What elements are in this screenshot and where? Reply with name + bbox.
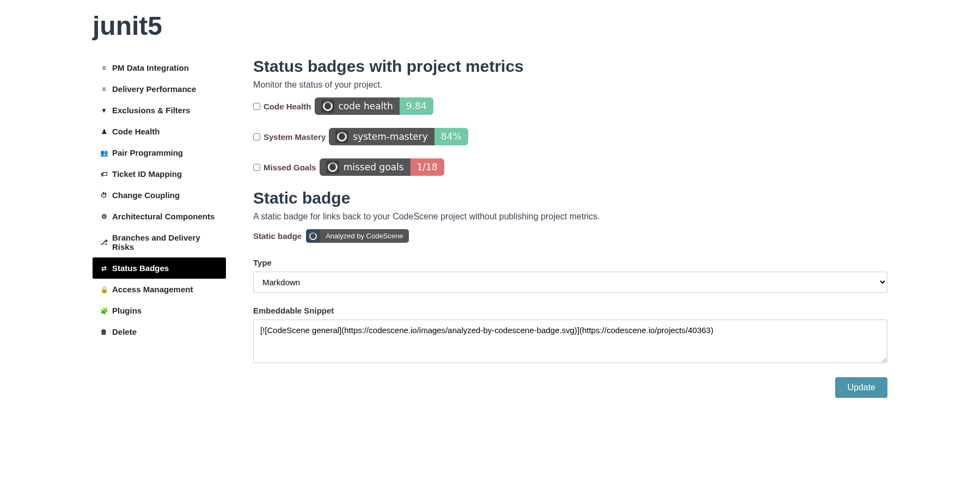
sidebar-item-icon: 🧩 [100, 308, 108, 314]
sidebar-item[interactable]: 🧩Plugins [93, 300, 226, 321]
sidebar-item-icon: ⏱ [100, 192, 108, 199]
sidebar-item-icon: ≡ [100, 86, 108, 93]
metric-badge-row: Missed Goalsmissed goals1/18 [253, 158, 887, 176]
snippet-textarea[interactable] [253, 320, 887, 363]
sidebar-item-label: Status Badges [112, 263, 169, 273]
sidebar-item-label: Pair Programming [112, 148, 183, 157]
sidebar-item[interactable]: ⎇Branches and Delivery Risks [93, 227, 226, 257]
sidebar-item-icon: ≡ [100, 65, 108, 71]
badge-value-segment: 84% [434, 128, 468, 145]
badge-name-segment: code health [315, 97, 400, 115]
metric-badge-row: Code Healthcode health9.84 [253, 97, 887, 115]
snippet-field-label: Embeddable Snippet [253, 306, 887, 315]
sidebar-item[interactable]: ≡PM Data Integration [93, 57, 226, 78]
sidebar-item-icon: ▼ [100, 107, 108, 114]
metric-badge: code health9.84 [315, 97, 433, 115]
static-badge-text: Analyzed by CodeScene [320, 229, 408, 243]
static-badge-row: Static badge Analyzed by CodeScene [253, 229, 887, 243]
sidebar-item[interactable]: ≡Delivery Performance [93, 78, 226, 100]
update-button[interactable]: Update [835, 377, 887, 398]
badge-name-text: system-mastery [353, 131, 428, 142]
metric-badge: missed goals1/18 [320, 158, 444, 176]
sidebar-item-label: Architectural Components [112, 212, 215, 221]
sidebar-item[interactable]: 🏷Ticket ID Mapping [93, 163, 226, 185]
sidebar-item-icon: ⎇ [100, 239, 108, 245]
sidebar-item-icon: 👥 [100, 150, 108, 156]
sidebar-item[interactable]: 🔒Access Management [93, 279, 226, 300]
static-badge: Analyzed by CodeScene [306, 229, 408, 243]
metric-badge: system-mastery84% [329, 128, 468, 145]
metrics-section-desc: Monitor the status of your project. [253, 80, 887, 90]
codescene-logo-icon [326, 161, 339, 174]
project-title: junit5 [93, 11, 887, 41]
sidebar-item-label: Exclusions & Filters [112, 106, 190, 115]
codescene-logo-icon [321, 100, 334, 113]
sidebar-item[interactable]: ⏱Change Coupling [93, 185, 226, 206]
sidebar-item-label: Code Health [112, 127, 160, 136]
type-select[interactable]: Markdown [253, 272, 887, 293]
sidebar-item[interactable]: ♟Code Health [93, 121, 226, 142]
badge-name-text: code health [339, 101, 393, 112]
codescene-logo-icon [306, 230, 320, 243]
codescene-logo-icon [335, 130, 348, 143]
static-section-desc: A static badge for links back to your Co… [253, 212, 887, 222]
metric-checkbox[interactable] [253, 164, 260, 171]
sidebar-item-icon: ⇄ [100, 265, 108, 272]
badge-value-segment: 9.84 [400, 97, 433, 115]
sidebar-item-label: Change Coupling [112, 191, 180, 200]
sidebar-item-icon: 🗑 [100, 329, 108, 335]
sidebar-item[interactable]: 🗑Delete [93, 321, 226, 342]
sidebar-item-label: Access Management [112, 285, 193, 294]
metric-badge-row: System Masterysystem-mastery84% [253, 128, 887, 145]
sidebar-item-icon: ⚙ [100, 213, 108, 220]
metric-label: Missed Goals [264, 163, 316, 172]
sidebar-item-icon: ♟ [100, 128, 108, 135]
sidebar-item-label: Plugins [112, 306, 142, 315]
main-content: Status badges with project metrics Monit… [253, 57, 887, 398]
type-field-label: Type [253, 258, 887, 267]
metrics-section-title: Status badges with project metrics [253, 57, 887, 76]
sidebar-item[interactable]: ⚙Architectural Components [93, 206, 226, 227]
settings-sidebar: ≡PM Data Integration≡Delivery Performanc… [93, 57, 226, 342]
static-section-title: Static badge [253, 189, 887, 207]
sidebar-item-icon: 🏷 [100, 171, 108, 177]
sidebar-item-label: Delete [112, 327, 137, 336]
badge-name-segment: system-mastery [329, 128, 434, 145]
badge-name-text: missed goals [344, 162, 404, 173]
static-badge-label: Static badge [253, 231, 302, 241]
badge-name-segment: missed goals [320, 158, 411, 176]
sidebar-item-label: Delivery Performance [112, 84, 196, 94]
sidebar-item-label: PM Data Integration [112, 63, 189, 72]
sidebar-item-label: Ticket ID Mapping [112, 169, 182, 179]
sidebar-item-label: Branches and Delivery Risks [112, 233, 218, 251]
metric-checkbox[interactable] [253, 133, 260, 140]
metric-label: Code Health [264, 102, 311, 111]
metric-label: System Mastery [264, 132, 326, 142]
sidebar-item[interactable]: ⇄Status Badges [93, 257, 226, 279]
sidebar-item-icon: 🔒 [100, 286, 108, 293]
sidebar-item[interactable]: ▼Exclusions & Filters [93, 100, 226, 121]
sidebar-item[interactable]: 👥Pair Programming [93, 142, 226, 163]
badge-value-segment: 1/18 [411, 158, 444, 176]
metric-checkbox[interactable] [253, 103, 260, 110]
